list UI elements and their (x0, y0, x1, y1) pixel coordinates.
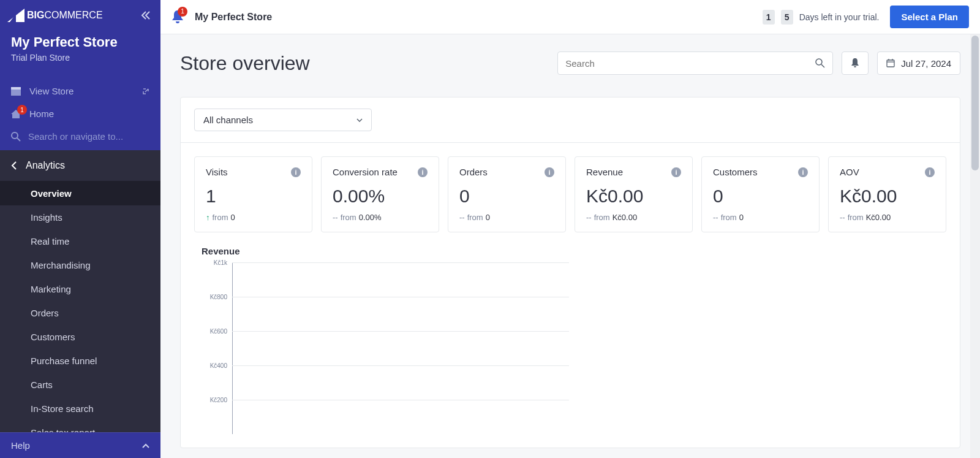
search-input[interactable] (565, 58, 815, 69)
sidebar-view-store[interactable]: View Store (0, 80, 160, 102)
scrollbar[interactable] (970, 34, 980, 458)
subnav: Analytics OverviewInsightsReal timeMerch… (0, 150, 160, 458)
content: Store overview Jul 27, 2024 (160, 34, 980, 458)
svg-marker-1 (10, 13, 16, 22)
chevron-left-icon (11, 161, 17, 170)
notification-bell[interactable]: 1 (172, 10, 184, 24)
y-tick-label: Kč600 (210, 328, 227, 335)
subnav-item[interactable]: Overview (0, 181, 160, 205)
info-icon[interactable]: i (418, 167, 428, 177)
svg-rect-3 (11, 87, 21, 90)
info-icon[interactable]: i (291, 167, 301, 177)
info-icon[interactable]: i (671, 167, 681, 177)
main: 1 My Perfect Store 1 5 Days left in your… (160, 0, 980, 458)
logo-text: BIGCOMMERCE (27, 10, 103, 21)
bell-badge: 1 (178, 7, 187, 17)
metric-card: RevenueiKč0.00-- from Kč0.00 (575, 156, 693, 232)
metric-card: Visitsi1↑ from 0 (194, 156, 312, 232)
trial-text: Days left in your trial. (799, 12, 880, 22)
page-search[interactable] (557, 52, 833, 75)
subnav-item[interactable]: Orders (0, 301, 160, 325)
subnav-title: Analytics (26, 160, 65, 171)
metric-label: Customers (713, 167, 758, 177)
subnav-item[interactable]: Merchandising (0, 253, 160, 277)
chevron-up-icon (142, 443, 149, 448)
subnav-item[interactable]: Carts (0, 373, 160, 397)
breadcrumb: My Perfect Store (195, 12, 272, 23)
subnav-back[interactable]: Analytics (0, 150, 160, 181)
date-range-button[interactable]: Jul 27, 2024 (877, 52, 960, 75)
trial-counter: 1 5 Days left in your trial. (763, 10, 880, 25)
overview-panel: All channels Visitsi1↑ from 0Conversion … (180, 97, 960, 448)
sidebar-item-label: Home (29, 109, 54, 119)
subnav-item[interactable]: Insights (0, 205, 160, 229)
topbar: 1 My Perfect Store 1 5 Days left in your… (160, 0, 980, 34)
metric-value: Kč0.00 (586, 186, 681, 207)
subnav-item[interactable]: Marketing (0, 277, 160, 301)
metric-value: 1 (206, 186, 301, 207)
info-icon[interactable]: i (925, 167, 935, 177)
sidebar-store-name: My Perfect Store (0, 34, 160, 53)
svg-point-6 (816, 59, 822, 65)
metric-comparison: -- from 0 (713, 213, 808, 222)
external-link-icon (142, 88, 149, 95)
subnav-item[interactable]: Real time (0, 229, 160, 253)
brand-logo[interactable]: BIGCOMMERCE (7, 9, 103, 22)
collapse-sidebar-button[interactable] (141, 10, 151, 20)
date-label: Jul 27, 2024 (901, 58, 951, 69)
metric-label: Orders (459, 167, 488, 177)
metric-value: 0 (713, 186, 808, 207)
svg-rect-8 (887, 60, 894, 67)
trend-flat: -- (840, 213, 845, 222)
subnav-item[interactable]: Purchase funnel (0, 349, 160, 373)
trend-flat: -- (713, 213, 718, 222)
y-tick-label: Kč200 (210, 397, 227, 403)
sidebar-item-label: View Store (29, 86, 74, 96)
notification-settings-button[interactable] (842, 52, 869, 75)
metric-card: Ordersi0-- from 0 (448, 156, 566, 232)
metrics-row: Visitsi1↑ from 0Conversion ratei0.00%-- … (181, 143, 960, 246)
metric-value: Kč0.00 (840, 186, 935, 207)
info-icon[interactable]: i (798, 167, 808, 177)
subnav-item[interactable]: In-Store search (0, 397, 160, 421)
svg-point-4 (12, 132, 18, 139)
info-icon[interactable]: i (545, 167, 554, 177)
svg-line-5 (17, 138, 20, 141)
svg-rect-2 (11, 90, 21, 96)
channel-dropdown[interactable]: All channels (194, 109, 372, 131)
sidebar: BIGCOMMERCE My Perfect Store Trial Plan … (0, 0, 160, 458)
logo-mark-icon (7, 9, 24, 22)
subnav-item[interactable]: Customers (0, 325, 160, 349)
trend-flat: -- (459, 213, 465, 222)
trial-digit: 1 (763, 10, 775, 25)
select-plan-button[interactable]: Select a Plan (890, 6, 969, 28)
y-tick-label: Kč1k (214, 259, 227, 266)
metric-value: 0 (459, 186, 554, 207)
y-tick-label: Kč400 (210, 362, 227, 369)
sidebar-home[interactable]: Home 1 (0, 102, 160, 125)
svg-line-7 (821, 64, 824, 67)
search-icon (815, 58, 825, 68)
dropdown-label: All channels (203, 115, 253, 125)
scrollbar-thumb[interactable] (971, 36, 979, 170)
metric-card: Conversion ratei0.00%-- from 0.00% (321, 156, 439, 232)
revenue-chart-section: Revenue Kč200Kč400Kč600Kč800Kč1k (181, 246, 960, 448)
metric-comparison: -- from Kč0.00 (840, 213, 935, 222)
revenue-chart: Kč200Kč400Kč600Kč800Kč1k (202, 262, 569, 434)
metric-label: AOV (840, 167, 859, 177)
trend-flat: -- (586, 213, 592, 222)
trend-up-icon: ↑ (206, 213, 210, 222)
metric-card: Customersi0-- from 0 (701, 156, 820, 232)
y-tick-label: Kč800 (210, 294, 227, 300)
metric-comparison: -- from 0.00% (333, 213, 428, 222)
chart-title: Revenue (202, 246, 946, 256)
metric-value: 0.00% (333, 186, 428, 207)
metric-label: Visits (206, 167, 228, 177)
metric-label: Conversion rate (333, 167, 398, 177)
sidebar-search[interactable]: Search or navigate to... (0, 125, 160, 150)
chevron-double-left-icon (141, 10, 151, 20)
help-bar[interactable]: Help (0, 432, 160, 458)
sidebar-plan-name: Trial Plan Store (0, 53, 160, 80)
page-title: Store overview (180, 52, 549, 75)
chevron-down-icon (356, 118, 363, 122)
